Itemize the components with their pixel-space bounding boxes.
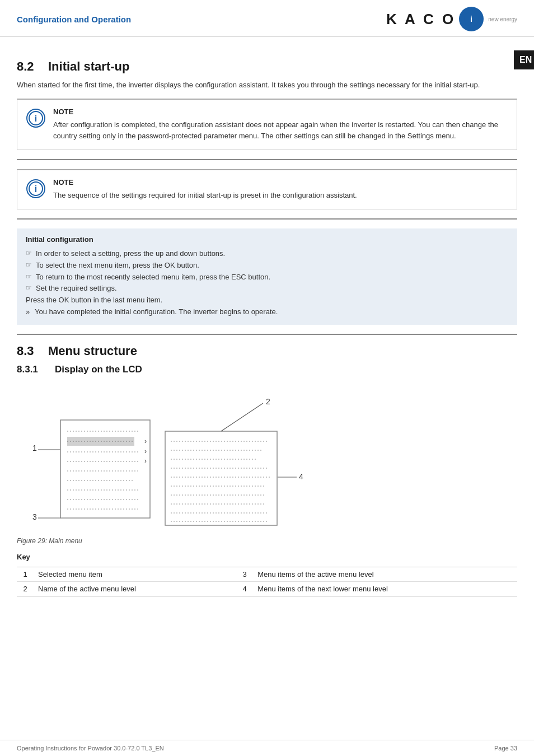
info-icon-1: i	[26, 109, 45, 128]
note-box-2: i NOTE The sequence of the settings requ…	[17, 169, 517, 209]
config-box-title: Initial configuration	[26, 235, 508, 244]
section-8-2-title: Initial start-up	[48, 59, 129, 74]
section-8-2-intro: When started for the first time, the inv…	[17, 80, 517, 91]
note-title-1: NOTE	[53, 108, 508, 116]
divider-3	[17, 334, 517, 335]
svg-text:i: i	[470, 15, 472, 24]
key-label: Key	[17, 553, 517, 561]
key-section: Key 1 Selected menu item 3 Menu items of…	[17, 553, 517, 596]
key-desc: Name of the active menu level	[34, 581, 236, 596]
section-8-3-1-num: 8.3.1	[17, 364, 46, 375]
key-num: 4	[236, 581, 253, 596]
kaco-subtitle: new energy	[488, 16, 517, 22]
key-table: 1 Selected menu item 3 Menu items of the…	[17, 567, 517, 596]
lcd-diagram-svg: 1 › ›	[22, 386, 336, 532]
note-title-2: NOTE	[53, 178, 357, 186]
section-8-3-1-title: Display on the LCD	[55, 364, 142, 375]
svg-rect-7	[60, 420, 150, 518]
key-num: 1	[17, 567, 34, 581]
diagram-label-4: 4	[299, 472, 303, 481]
note-content-1: NOTE After configuration is completed, t…	[53, 108, 508, 142]
divider-1	[17, 159, 517, 160]
kaco-text: K A C O	[386, 11, 456, 28]
config-box: Initial configuration In order to select…	[17, 228, 517, 325]
svg-rect-21	[165, 431, 277, 525]
divider-2	[17, 218, 517, 220]
list-item-plain: Press the OK button in the last menu ite…	[26, 295, 508, 306]
footer-right: Page 33	[494, 745, 517, 752]
list-item: In order to select a setting, press the …	[26, 248, 508, 260]
diagram-label-2: 2	[266, 397, 270, 406]
section-8-3-heading: 8.3 Menu structure	[17, 344, 517, 358]
list-item: Set the required settings.	[26, 283, 508, 295]
svg-text:›: ›	[144, 437, 147, 445]
diagram-label-1: 1	[32, 444, 37, 452]
key-num: 3	[236, 567, 253, 581]
table-row: 1 Selected menu item 3 Menu items of the…	[17, 567, 517, 581]
page-footer: Operating Instructions for Powador 30.0-…	[0, 740, 534, 756]
header-title: Configuration and Operation	[17, 15, 131, 24]
svg-text:i: i	[35, 114, 37, 123]
svg-line-32	[221, 403, 263, 431]
kaco-icon: i	[459, 7, 484, 31]
note-text-2: The sequence of the settings required fo…	[53, 190, 357, 201]
list-item: To return to the most recently selected …	[26, 272, 508, 283]
svg-text:i: i	[35, 184, 37, 194]
svg-text:›: ›	[144, 457, 147, 465]
note-content-2: NOTE The sequence of the settings requir…	[53, 178, 357, 201]
section-8-3-title: Menu structure	[48, 344, 137, 358]
section-8-2-heading: 8.2 Initial start-up	[17, 59, 517, 74]
config-list: In order to select a setting, press the …	[26, 248, 508, 318]
section-8-3-num: 8.3	[17, 344, 39, 358]
section-8-3-1-heading: 8.3.1 Display on the LCD	[17, 364, 517, 375]
footer-left: Operating Instructions for Powador 30.0-…	[17, 745, 164, 752]
svg-text:›: ›	[144, 447, 147, 455]
key-num: 2	[17, 581, 34, 596]
key-desc: Selected menu item	[34, 567, 236, 581]
table-row: 2 Name of the active menu level 4 Menu i…	[17, 581, 517, 596]
lcd-diagram-container: 1 › ›	[22, 386, 517, 534]
en-badge: EN	[514, 50, 534, 69]
info-icon-2: i	[26, 179, 45, 198]
section-8-2-num: 8.2	[17, 59, 39, 74]
main-content: 8.2 Initial start-up When started for th…	[0, 37, 534, 608]
note-box-1: i NOTE After configuration is completed,…	[17, 99, 517, 150]
diagram-label-3: 3	[32, 512, 37, 521]
page-header: Configuration and Operation K A C O i ne…	[0, 0, 534, 37]
figure-caption: Figure 29: Main menu	[17, 537, 517, 545]
list-item-result: You have completed the initial configura…	[26, 306, 508, 318]
key-desc: Menu items of the active menu level	[253, 567, 517, 581]
key-desc: Menu items of the next lower menu level	[253, 581, 517, 596]
note-text-1: After configuration is completed, the co…	[53, 119, 508, 142]
list-item: To select the next menu item, press the …	[26, 260, 508, 272]
kaco-logo: K A C O i new energy	[386, 7, 517, 31]
